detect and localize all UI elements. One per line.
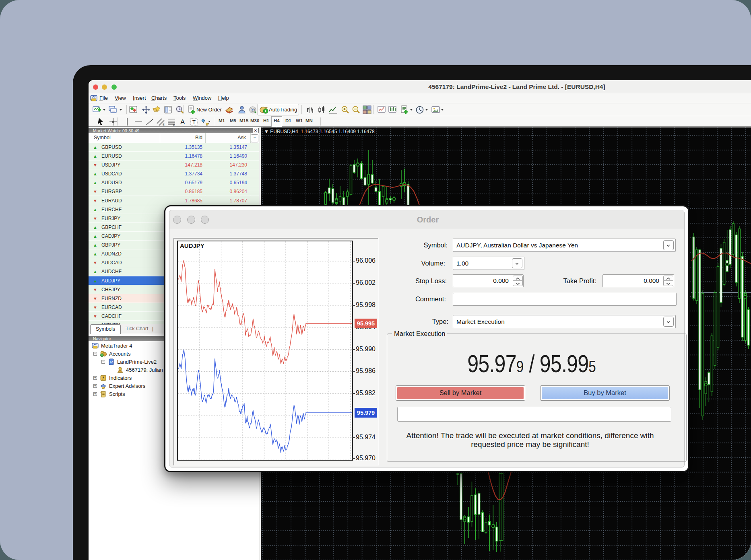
svg-text:P: P — [110, 360, 113, 364]
svg-text:E: E — [163, 123, 165, 126]
svg-text:T: T — [192, 119, 196, 125]
svg-text:F: F — [173, 124, 175, 127]
svg-text:A: A — [180, 118, 185, 126]
